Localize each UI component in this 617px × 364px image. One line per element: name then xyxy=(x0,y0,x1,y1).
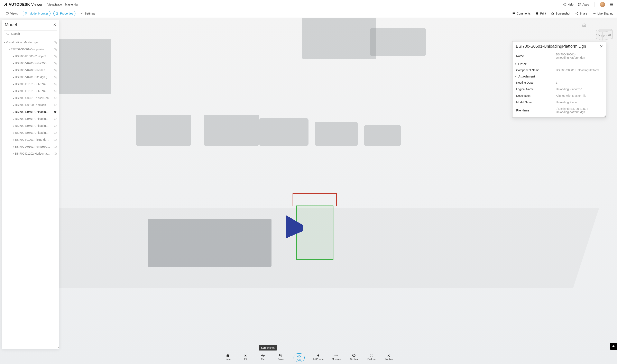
svg-point-6 xyxy=(25,12,26,13)
tree-item[interactable]: ▸BSI700-S0501-Unloadin… xyxy=(2,122,59,129)
apps-label: Apps xyxy=(582,3,589,6)
nav-home[interactable]: Home xyxy=(223,353,233,360)
separator xyxy=(594,2,594,7)
model-browser-button[interactable]: Model browser xyxy=(23,11,51,16)
tree-item[interactable]: ▸BSI700-A0101-PumpHou… xyxy=(2,143,59,150)
zoom-icon xyxy=(279,353,283,357)
eye-hidden-icon[interactable] xyxy=(53,124,57,128)
twisty-icon: ▸ xyxy=(13,76,15,78)
menu-button[interactable] xyxy=(610,3,613,6)
svg-point-16 xyxy=(7,33,8,34)
comments-button[interactable]: Comments xyxy=(512,12,531,15)
help-button[interactable]: ? Help xyxy=(563,3,573,6)
eye-hidden-icon[interactable] xyxy=(53,75,57,79)
model-search-input[interactable] xyxy=(11,32,55,35)
property-group-header[interactable]: ▼Other xyxy=(513,61,606,67)
nav-pan-label: Pan xyxy=(261,358,265,360)
nav-fit[interactable]: Fit xyxy=(241,353,250,360)
top-actions: ? Help Apps xyxy=(563,2,613,7)
brand-light: Viewer xyxy=(31,2,42,7)
eye-hidden-icon[interactable] xyxy=(53,145,57,148)
views-button[interactable]: Views xyxy=(4,11,20,16)
tree-item-label: BSI700-G0001-Composite.d… xyxy=(11,48,53,51)
viewcube-left[interactable]: LEFT xyxy=(596,30,602,40)
top-header: AUTODESK Viewer › Visualization_Master.d… xyxy=(0,0,617,9)
live-sharing-icon xyxy=(592,12,596,15)
eye-hidden-icon[interactable] xyxy=(53,138,57,142)
tree-item[interactable]: ▸BSI700-P1083-01-PipeS… xyxy=(2,53,59,60)
apps-button[interactable]: Apps xyxy=(578,3,589,6)
eye-hidden-icon[interactable] xyxy=(53,103,57,107)
nav-section[interactable]: Section xyxy=(349,353,359,360)
viewcube-front[interactable]: FRONT xyxy=(602,30,613,40)
eye-hidden-icon[interactable] xyxy=(53,96,57,100)
tree-item[interactable]: ▸BSI700-D1102-Horizonta… xyxy=(2,150,59,157)
eye-hidden-icon[interactable] xyxy=(53,61,57,65)
model-search[interactable] xyxy=(4,30,57,37)
eye-hidden-icon[interactable] xyxy=(53,40,57,44)
tree-item[interactable]: ▸BSI700-D1101-BulkTank… xyxy=(2,88,59,94)
property-group-header[interactable]: ▼Attachment xyxy=(513,73,606,79)
tree-item[interactable]: ▸BSI700-R0100-RRTrack.… xyxy=(2,102,59,108)
twisty-icon: ▸ xyxy=(13,62,15,65)
tree-item[interactable]: ▸BSI700-V0201-Site.dgn (… xyxy=(2,74,59,80)
tree-item[interactable]: ▼Visualization_Master.dgn xyxy=(2,39,59,46)
property-value: 1 xyxy=(556,81,603,84)
tree-item[interactable]: ▸BSI700-C0301-RRCarCon… xyxy=(2,94,59,102)
model-panel-close[interactable]: ✕ xyxy=(53,23,56,27)
property-group-label: Attachment xyxy=(518,75,535,78)
screenshot-button[interactable]: Screenshot xyxy=(551,12,570,15)
tree-item-label: BSI700-V0201-Site.dgn (… xyxy=(15,76,53,79)
model-tree[interactable]: ▼Visualization_Master.dgn▼BSI700-G0001-C… xyxy=(2,39,59,349)
tree-item[interactable]: ▸BSI700-V0202-PlotPlan… xyxy=(2,67,59,74)
eye-hidden-icon[interactable] xyxy=(53,68,57,72)
live-sharing-button[interactable]: Live Sharing xyxy=(592,12,613,15)
properties-close[interactable]: ✕ xyxy=(600,44,603,49)
svg-point-15 xyxy=(594,13,595,14)
eye-hidden-icon[interactable] xyxy=(53,131,57,135)
eye-hidden-icon[interactable] xyxy=(53,152,57,156)
user-avatar[interactable] xyxy=(600,2,605,7)
viewcube[interactable]: LEFT FRONT xyxy=(596,30,613,41)
eye-hidden-icon[interactable] xyxy=(53,89,57,93)
eye-hidden-icon[interactable] xyxy=(53,82,57,86)
eye-hidden-icon[interactable] xyxy=(53,47,57,51)
nav-section-label: Section xyxy=(350,358,358,360)
nav-zoom[interactable]: Zoom xyxy=(276,353,285,360)
twisty-icon: ▸ xyxy=(13,132,15,134)
eye-visible-icon[interactable] xyxy=(53,110,57,114)
viewcube-home-icon[interactable] xyxy=(582,23,586,27)
tree-item[interactable]: ▸BSI700-S0501-Unloadin… xyxy=(2,129,59,136)
share-button[interactable]: Share xyxy=(575,12,587,15)
property-value: ..\Designs\BSI700-S0501-UnloadingPlatfor… xyxy=(556,107,603,114)
breadcrumb-file[interactable]: Visualization_Master.dgn xyxy=(47,3,79,6)
tree-item[interactable]: ▼BSI700-G0001-Composite.d… xyxy=(2,46,59,53)
viewport[interactable]: LEFT FRONT Model ✕ ▼Visualization_Master… xyxy=(0,18,617,364)
nav-orbit[interactable]: Orbit xyxy=(294,353,305,362)
property-key: Nesting Depth xyxy=(516,81,556,84)
tree-item-label: BSI700-D1101-BulkTank… xyxy=(15,89,53,93)
nav-pan[interactable]: Screenshot Pan xyxy=(258,353,268,360)
panel-resize-handle[interactable] xyxy=(56,346,59,348)
nav-first-person[interactable]: 1st Person xyxy=(313,353,324,360)
nav-measure[interactable]: Measure xyxy=(332,353,341,360)
settings-button[interactable]: Settings xyxy=(78,11,97,16)
search-icon xyxy=(6,32,9,35)
tree-item[interactable]: ▸BSI700-S0501-Unloadin… xyxy=(2,115,59,122)
nav-explode[interactable]: Explode xyxy=(367,353,376,360)
twisty-icon: ▸ xyxy=(13,69,15,71)
eye-hidden-icon[interactable] xyxy=(53,54,57,58)
tree-item[interactable]: ▸BSI700-D1101-BulkTank… xyxy=(2,80,59,88)
print-button[interactable]: Print xyxy=(535,12,546,15)
nav-markup[interactable]: Markup xyxy=(384,353,394,360)
announcements-button[interactable] xyxy=(610,343,617,350)
tree-item[interactable]: ▸BSI700-S0501-Unloadin… xyxy=(2,108,59,115)
eye-hidden-icon[interactable] xyxy=(53,117,57,121)
screenshot-label: Screenshot xyxy=(556,12,570,15)
tree-item[interactable]: ▸BSI700-V0203-PublicWo… xyxy=(2,60,59,67)
properties-button[interactable]: Properties xyxy=(53,11,76,16)
svg-text:?: ? xyxy=(564,4,565,6)
tree-item[interactable]: ▸BSI700-P1001-Piping.dg… xyxy=(2,136,59,143)
panel-resize-handle[interactable] xyxy=(603,115,606,117)
properties-icon xyxy=(56,12,59,15)
